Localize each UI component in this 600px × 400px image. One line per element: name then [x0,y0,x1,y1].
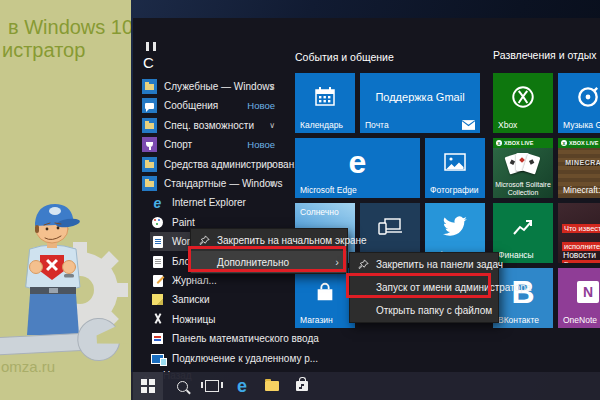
folder-icon [142,118,157,133]
app-item-messaging[interactable]: Сообщения Новое [142,96,285,115]
tile-finance[interactable]: Финансы [493,203,553,263]
folder-icon [265,381,279,391]
pin-icon [358,259,369,270]
windows-logo-icon [141,379,155,393]
chevron-up-icon: ∧ [269,179,275,188]
envelope-icon [462,120,475,130]
messaging-icon [142,98,157,113]
tile-onenote[interactable]: N OneNote [558,268,600,328]
edge-logo: e [295,138,420,186]
context-submenu: Закрепить на панели задач Запуск от имен… [349,252,499,323]
app-label: Панель математического ввода [172,333,319,344]
letter-group-header[interactable]: С [143,54,154,71]
xbox-live-banner: xXBOX LIVE [558,138,600,148]
tile-news[interactable]: Что извест исполнител Брюсселе Новости [558,203,600,263]
watermark: omza.ru [1,358,55,375]
app-item-sport[interactable]: Спорт Новое [142,135,285,154]
tile-group-title-entertainment: Развлечения и отдых [493,49,597,61]
xbox-live-banner: xXBOX LIVE [493,138,553,148]
menu-item-pin-to-start[interactable]: Закрепить на начальном экране [191,229,347,251]
app-item-snipping-tool[interactable]: Ножницы [150,310,285,329]
chart-icon [493,203,553,251]
tile-mail[interactable]: Поддержка Gmail Почта [360,73,480,133]
journal-icon [150,273,165,288]
menu-item-more[interactable]: Дополнительно › [191,251,347,273]
app-item-math-input[interactable]: Панель математического ввода [150,329,285,348]
wordpad-icon [150,234,165,249]
mail-ad-text: Поддержка Gmail [360,91,480,103]
tile-groove-music[interactable]: Музыка Gro [558,73,600,133]
app-label: Paint [172,217,195,228]
tile-photos[interactable]: Фотографии [425,138,485,198]
app-item-sticky-notes[interactable]: Записки [150,290,285,309]
app-label: Стандартные — Windows [164,178,283,189]
app-label: Спец. возможности [164,120,254,131]
app-label: Служебные — Windows [164,81,274,92]
submenu-item-open-file-location[interactable]: Открыть папку с файлом [350,299,498,322]
calendar-icon [295,73,355,121]
new-badge: Новое [247,139,275,150]
store-icon [296,381,308,391]
shopping-bag-icon [295,268,355,316]
app-item-internet-explorer[interactable]: e Internet Explorer [150,193,285,212]
context-menu: Закрепить на начальном экране Дополнител… [190,228,348,274]
windows-desktop: С Служебные — Windows ∨ Сообщения Новое … [131,0,600,400]
xbox-icon [493,73,553,121]
notepad-icon [150,254,165,269]
folder-icon [142,176,157,191]
folder-icon [142,79,157,94]
page-title-line2: истратор [2,39,85,62]
remote-desktop-icon [150,351,165,366]
paint-icon [150,215,165,230]
tile-edge[interactable]: e Microsoft Edge [295,138,420,198]
chevron-down-icon: ∨ [269,82,275,91]
pin-icon [199,235,210,246]
partial-scrolled-item [146,42,160,51]
search-icon [177,381,188,392]
new-badge: Новое [247,100,275,111]
scissors-icon [150,312,165,327]
page-title-line1: в Windows 10 [8,16,131,39]
tile-solitaire[interactable]: xXBOX LIVE Microsoft Solitaire Collectio… [493,138,553,198]
twitter-bird-icon [425,203,485,251]
taskbar-store-button[interactable] [287,372,317,400]
app-item-services[interactable]: Служебные — Windows ∨ [142,77,285,96]
app-label: Internet Explorer [172,197,246,208]
sport-icon [142,137,157,152]
onenote-icon: N [577,281,599,303]
xbox-live-icon: x [561,140,567,146]
taskbar-edge-button[interactable]: e [227,372,257,400]
chevron-down-icon: ∨ [269,121,275,130]
devices-icon [360,203,420,251]
tile-calendar[interactable]: Календарь [295,73,355,133]
tile-vkontakte[interactable]: B ВКонтакте [493,268,553,328]
tile-xbox[interactable]: Xbox [493,73,553,133]
app-label: Подключение к удаленному р... [172,353,318,364]
sticky-notes-icon [150,292,165,307]
tile-minecraft[interactable]: xXBOX LIVE MINECRAFT Minecraft: W... [558,138,600,198]
folder-icon [142,157,157,172]
submenu-item-run-as-admin[interactable]: Запуск от имени администратора [350,276,498,299]
task-view-button[interactable] [197,372,227,400]
tile-store[interactable]: Магазин [295,268,355,328]
taskbar-explorer-button[interactable] [257,372,287,400]
start-button[interactable] [133,372,163,400]
math-input-icon [150,331,165,346]
chevron-right-icon: › [335,256,339,268]
article-background: в Windows 10 истратор [0,0,131,400]
app-item-admin-tools[interactable]: Средства администрирован... ∨ [142,155,285,174]
xbox-live-icon: x [496,140,502,146]
task-view-icon [205,380,219,392]
app-label: Ножницы [172,314,215,325]
taskbar: e [131,372,600,400]
submenu-item-pin-to-taskbar[interactable]: Закрепить на панели задач [350,253,498,276]
app-label: Журнал... [172,275,217,286]
minecraft-logo: MINECRAFT [565,159,600,166]
taskbar-search-button[interactable] [167,372,197,400]
edge-icon: e [237,377,247,395]
app-item-accessories[interactable]: Стандартные — Windows ∧ [142,174,285,193]
app-item-accessibility[interactable]: Спец. возможности ∨ [142,116,285,135]
screenshot-root: в Windows 10 истратор [0,0,600,400]
app-label: Сообщения [164,100,218,111]
app-label: Спорт [164,139,192,150]
